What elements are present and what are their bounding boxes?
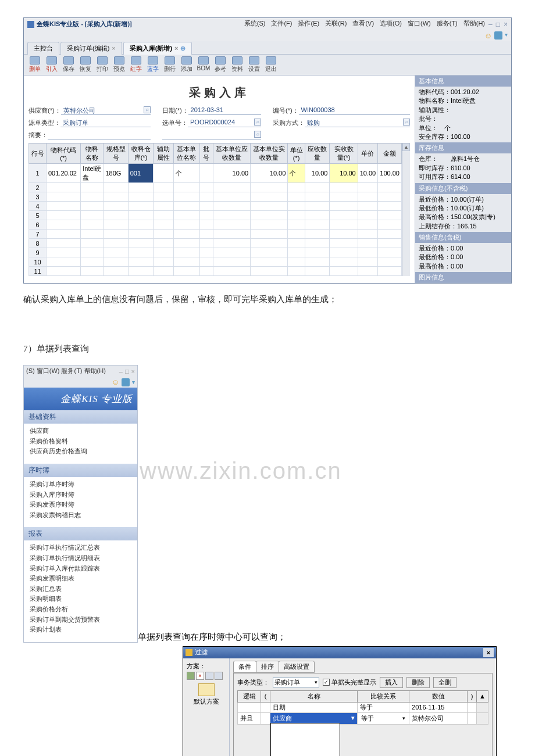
restore-button[interactable]: 恢复 (78, 56, 93, 73)
red-text-button[interactable]: 红字 (129, 56, 144, 73)
table-row[interactable]: 8 (29, 239, 402, 248)
lookup-icon[interactable]: ⌕ (254, 131, 261, 138)
cell-unit[interactable]: 个 (288, 164, 305, 183)
tab-sort[interactable]: 排序 (256, 661, 279, 673)
section-head-report[interactable]: 报表 (24, 527, 137, 540)
list-item[interactable]: 采购计划表 (30, 625, 131, 635)
scroll-up-icon[interactable]: ▲ (402, 143, 410, 151)
vertical-scrollbar[interactable]: ▲ (402, 143, 410, 276)
list-item[interactable]: 供应商历史价格查询 (30, 446, 131, 457)
table-row[interactable]: 5 (29, 211, 402, 220)
close-icon[interactable]: × (483, 648, 494, 657)
lookup-icon[interactable]: ⌕ (254, 119, 261, 126)
delete-button[interactable]: 删除 (406, 677, 430, 688)
filter-row[interactable]: 日期 等于 2016-11-15 (238, 702, 488, 712)
date-input[interactable]: 2012-03-31 (188, 106, 261, 115)
code-input[interactable]: WIN000038 (299, 106, 410, 115)
cell-matname[interactable]: Intel硬盘 (81, 164, 104, 183)
supplier-input[interactable]: 英特尔公司⌕ (61, 106, 151, 115)
list-item[interactable]: 采购入库序时簿 (30, 490, 131, 500)
preview-button[interactable]: 预览 (112, 56, 127, 73)
detail-grid[interactable]: 行号 物料代码(*) 物料名称 规格型号 收料仓库(*) 辅助属性 基本单位名称… (28, 143, 402, 276)
panel-menu[interactable]: (S) 窗口(W) 服务(T) 帮助(H) (26, 367, 106, 375)
min-icon[interactable]: – (119, 368, 123, 375)
tab-po-edit[interactable]: 采购订单(编辑)× (60, 42, 122, 55)
folder-icon[interactable] (198, 683, 215, 696)
menu-file[interactable]: 文件(F) (271, 19, 292, 28)
chat-icon[interactable] (494, 31, 502, 40)
cmp-select[interactable]: 等于▾ (360, 714, 406, 723)
dropdown-item[interactable]: 核算方式 (271, 753, 340, 756)
cell-bshould[interactable]: 10.00 (213, 164, 250, 183)
list-item[interactable]: 采购发票明细表 (30, 574, 131, 584)
chevron-down-icon[interactable]: ▾ (132, 379, 135, 385)
table-row[interactable]: 7 (29, 230, 402, 239)
list-item[interactable]: 采购汇总表 (30, 584, 131, 594)
note-input[interactable] (48, 131, 151, 139)
lookup-icon[interactable]: ⌕ (403, 119, 410, 126)
window-controls[interactable]: – □ × (488, 20, 508, 28)
delete-all-button[interactable]: 全删 (433, 677, 456, 688)
dropdown-item[interactable]: (空) (271, 723, 340, 733)
filter-row[interactable]: 并且 供应商 ▾ (空) 单据编号 日期 核算方式 结算 (238, 712, 488, 724)
reference-button[interactable]: 参考 (213, 56, 228, 73)
lookup-icon[interactable]: ⌕ (144, 106, 151, 113)
smiley-icon[interactable]: ☺ (112, 378, 119, 386)
table-row[interactable]: 6 (29, 220, 402, 230)
list-item[interactable]: 采购明细表 (30, 594, 131, 604)
cell-warehouse[interactable]: 001 (128, 164, 154, 183)
cell-amount[interactable]: 100.00 (378, 164, 402, 183)
table-row[interactable]: 9 (29, 248, 402, 257)
default-scheme[interactable]: 默认方案 (187, 697, 226, 706)
cell-auxattr[interactable] (154, 164, 173, 183)
table-row[interactable]: 10 (29, 257, 402, 267)
menu-system[interactable]: 系统(S) (244, 19, 266, 28)
tab-main-console[interactable]: 主控台 (27, 42, 59, 55)
cell-batch[interactable] (199, 164, 213, 183)
table-row[interactable]: 1 001.20.02 Intel硬盘 180G 001 个 10.00 10.… (29, 164, 402, 183)
minimize-icon[interactable]: – (488, 20, 493, 28)
settings-button[interactable]: 设置 (247, 56, 262, 73)
save-button[interactable]: 保存 (61, 56, 76, 73)
checkbox-full-header[interactable]: ✓单据头完整显示 (323, 678, 376, 687)
list-item[interactable]: 采购订单入库付款跟踪表 (30, 564, 131, 574)
tab-condition[interactable]: 条件 (233, 661, 256, 673)
col-scroll-up[interactable]: ▲ (477, 690, 488, 702)
menu-service[interactable]: 服务(T) (437, 19, 458, 28)
delete-row-button[interactable]: 删行 (162, 56, 177, 73)
menu-help[interactable]: 帮助(H) (463, 19, 485, 28)
print-button[interactable]: 打印 (95, 56, 110, 73)
menu-view[interactable]: 查看(V) (352, 19, 374, 28)
buymode-input[interactable]: 赊购⌕ (305, 119, 410, 127)
cell-spec[interactable]: 180G (104, 164, 128, 183)
cell-matcode[interactable]: 001.20.02 (47, 164, 81, 183)
chat-icon[interactable] (122, 378, 130, 386)
table-row[interactable]: 3 (29, 192, 402, 202)
import-button[interactable]: 引入 (44, 56, 59, 73)
field-dropdown[interactable]: (空) 单据编号 日期 核算方式 结算日期 物料代码 物料名称 供应商代码 供应 (270, 723, 340, 756)
tab-purchase-in-new[interactable]: 采购入库(新增)× ⊕ (123, 42, 192, 55)
cell-baseunit[interactable]: 个 (173, 164, 199, 183)
delete-bill-button[interactable]: 删单 (27, 56, 42, 73)
list-item[interactable]: 采购发票序时簿 (30, 500, 131, 510)
close-icon[interactable]: × (131, 368, 135, 375)
dialog-titlebar[interactable]: 过滤 × (183, 647, 496, 658)
bom-button[interactable]: BOM (196, 56, 211, 73)
list-item[interactable]: 采购订单到期交货预警表 (30, 615, 131, 625)
table-row[interactable]: 11 (29, 267, 402, 276)
add-row-button[interactable]: 添加 (179, 56, 194, 73)
tab-advanced[interactable]: 高级设置 (279, 661, 315, 673)
list-item[interactable]: 采购价格分析 (30, 604, 131, 615)
cell-actual[interactable]: 10.00 (330, 164, 358, 183)
rest-icon[interactable]: □ (125, 368, 129, 375)
blue-text-button[interactable]: 蓝字 (145, 56, 160, 73)
table-row[interactable]: 4 (29, 202, 402, 211)
list-item[interactable]: 采购订单执行情况明细表 (30, 553, 131, 564)
cell-should[interactable]: 10.00 (305, 164, 330, 183)
delete-scheme-icon[interactable]: × (196, 672, 204, 680)
type-select[interactable]: 采购订单▾ (273, 678, 319, 687)
extra-input[interactable]: ⌕ (162, 131, 261, 139)
menu-operate[interactable]: 操作(E) (298, 19, 319, 28)
menu-window[interactable]: 窗口(W) (408, 19, 431, 28)
example-icon[interactable] (205, 672, 213, 680)
